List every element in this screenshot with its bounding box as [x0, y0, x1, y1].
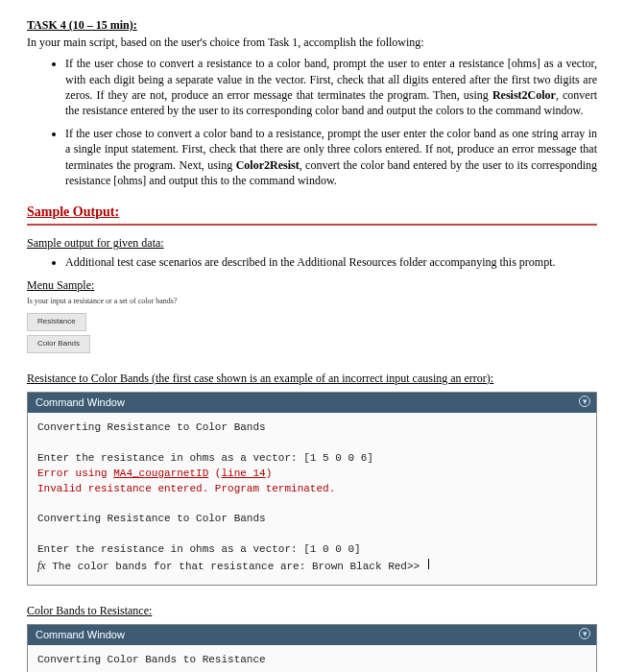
cmdwin-body-2[interactable]: Converting Color Bands to Resistance Ent… — [28, 645, 596, 672]
task-bullet-1: If the user chose to convert a resistanc… — [65, 56, 597, 118]
task-heading: TASK 4 (10 – 15 min): — [27, 17, 597, 33]
r2c-l2: Enter the resistance in ohms as a vector… — [37, 452, 373, 464]
command-window-r2c: Command Window ▾ Converting Resistance t… — [27, 392, 597, 586]
sample-given-notes: Additional test case scenarios are descr… — [65, 254, 597, 270]
sample-given-heading: Sample output for given data: — [27, 235, 597, 251]
dropdown-icon-2[interactable]: ▾ — [579, 628, 590, 639]
r2c-l4: Enter the resistance in ohms as a vector… — [37, 543, 361, 555]
command-window-c2r: Command Window ▾ Converting Color Bands … — [27, 624, 597, 672]
cmdwin-title-text: Command Window — [36, 396, 125, 408]
bullet-2-text: If the user chose to convert a color ban… — [65, 127, 597, 187]
task-bullet-2: If the user chose to convert a color ban… — [65, 126, 597, 188]
bold-c2r: Color2Resist — [236, 158, 300, 172]
sample-given-note: Additional test case scenarios are descr… — [65, 254, 597, 270]
cursor-icon — [428, 559, 429, 569]
r2c-l5: The color bands for that resistance are:… — [46, 561, 426, 572]
error-line-link[interactable]: line 14 — [221, 468, 265, 479]
cmdwin-title-text-2: Command Window — [36, 629, 125, 640]
bold-r2c: Resist2Color — [492, 88, 556, 102]
r2c-e1e: ) — [266, 468, 273, 479]
menu-resistance-button[interactable]: Resistance — [27, 313, 86, 331]
r2c-error2: Invalid resistance entered. Program term… — [37, 483, 335, 494]
menu-heading: Menu Sample: — [27, 277, 597, 293]
task-intro: In your main script, based on the user's… — [27, 35, 597, 50]
error-script-link[interactable]: MA4_cougarnetID — [113, 468, 208, 479]
c2r-heading: Color Bands to Resistance: — [27, 603, 597, 618]
task-bullets: If the user chose to convert a resistanc… — [65, 56, 597, 188]
r2c-e1c: ( — [208, 468, 221, 479]
cmdwin-title-2: Command Window ▾ — [28, 625, 596, 645]
fx-icon: fx — [37, 559, 46, 572]
sample-output-heading: Sample Output: — [27, 204, 597, 226]
r2c-error1: Error using MA4_cougarnetID (line 14) — [37, 468, 272, 479]
r2c-l1: Converting Resistance to Color Bands — [37, 421, 266, 433]
menu-colorbands-button[interactable]: Color Bands — [27, 335, 90, 353]
cmdwin-title: Command Window ▾ — [28, 393, 596, 413]
bullet-1-text: If the user chose to convert a resistanc… — [65, 57, 597, 117]
r2c-e1a: Error using — [37, 468, 113, 479]
menu-question: Is your input a resistance or a set of c… — [27, 297, 597, 307]
r2c-l3: Converting Resistance to Color Bands — [37, 513, 266, 524]
dropdown-icon[interactable]: ▾ — [579, 396, 590, 407]
r2c-heading: Resistance to Color Bands (the first cas… — [27, 371, 597, 386]
cmdwin-body[interactable]: Converting Resistance to Color Bands Ent… — [28, 413, 596, 585]
c2r-l1: Converting Color Bands to Resistance — [37, 654, 266, 665]
